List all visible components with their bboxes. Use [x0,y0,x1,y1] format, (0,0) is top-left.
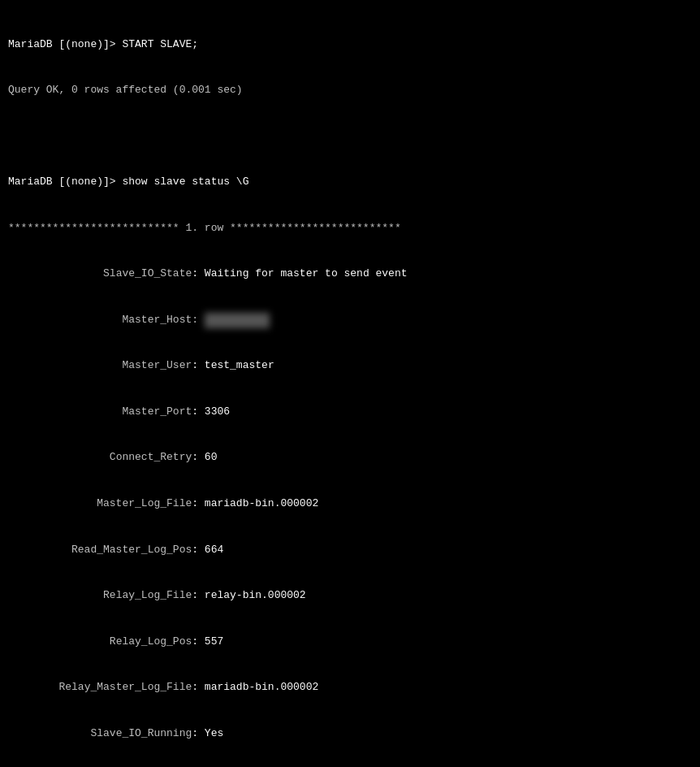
kv-relay-log-pos: Relay_Log_Pos: 557 [8,635,692,650]
kv-read-master-log-pos: Read_Master_Log_Pos: 664 [8,543,692,558]
kv-relay-log-file: Relay_Log_File: relay-bin.000002 [8,588,692,604]
master-host-blurred: ██████████ [205,313,270,328]
kv-master-host: Master_Host: ██████████ [8,313,692,328]
result-start-slave: Query OK, 0 rows affected (0.001 sec) [8,83,692,98]
kv-master-log-file: Master_Log_File: mariadb-bin.000002 [8,496,692,512]
blank-line-1 [8,129,692,145]
command-show-status: MariaDB [(none)]> show slave status \G [8,175,692,190]
kv-master-port: Master_Port: 3306 [8,405,692,420]
kv-connect-retry: Connect_Retry: 60 [8,450,692,466]
command-start-slave: MariaDB [(none)]> START SLAVE; [8,37,692,53]
kv-slave-io-running: Slave_IO_Running: Yes [8,726,692,742]
kv-master-user: Master_User: test_master [8,358,692,374]
kv-slave-io-state: Slave_IO_State: Waiting for master to se… [8,266,692,282]
kv-relay-master-log-file: Relay_Master_Log_File: mariadb-bin.00000… [8,680,692,696]
row-separator: *************************** 1. row *****… [8,221,692,236]
terminal: MariaDB [(none)]> START SLAVE; Query OK,… [8,6,692,767]
